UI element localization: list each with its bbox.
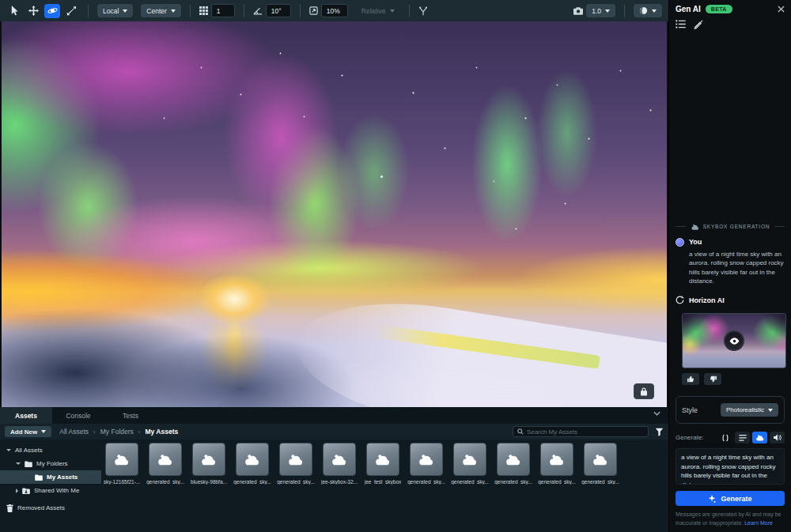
asset-tile[interactable]: jee_test_skybox <box>366 443 399 485</box>
chevron-down-icon <box>41 430 46 433</box>
cloud-icon <box>157 453 174 466</box>
environment-dropdown[interactable] <box>634 4 662 17</box>
scale-tool-button[interactable] <box>63 4 79 18</box>
camera-speed-dropdown[interactable]: 1.0 <box>586 4 615 17</box>
tab-assets[interactable]: Assets <box>0 407 52 424</box>
close-panel-button[interactable] <box>778 6 785 13</box>
breadcrumb-all-assets[interactable]: All Assets <box>59 428 89 436</box>
3d-viewport[interactable] <box>2 21 667 407</box>
thumbs-down-button[interactable] <box>704 373 721 385</box>
scale-icon <box>66 6 76 16</box>
history-list-icon[interactable] <box>676 20 686 28</box>
asset-tile[interactable]: generated_sky... <box>453 443 486 485</box>
text-mode-button[interactable] <box>735 432 750 443</box>
genai-header: Gen AI BETA <box>676 5 785 13</box>
preview-skybox-button[interactable] <box>724 330 744 351</box>
asset-search-box[interactable] <box>513 426 649 437</box>
tab-tests[interactable]: Tests <box>104 407 157 424</box>
ai-disclaimer: Messages are generated by AI and may be … <box>676 511 785 527</box>
cloud-icon <box>592 453 609 466</box>
caret-down-icon <box>16 462 21 465</box>
transform-space-value: Local <box>103 7 119 15</box>
asset-name: generated_sky... <box>233 479 271 485</box>
pivot-dropdown[interactable]: Center <box>141 4 181 17</box>
shared-folder-icon <box>22 488 30 494</box>
refresh-icon <box>676 296 684 304</box>
tree-item-shared-with-me[interactable]: Shared With Me <box>0 484 101 497</box>
asset-folder-tree: All Assets My Folders My Assets Shared W… <box>0 440 101 532</box>
grid-snap-icon[interactable] <box>199 6 208 15</box>
rotate-snap-input[interactable]: 10° <box>266 4 291 17</box>
user-name: You <box>689 238 702 246</box>
audio-mode-button[interactable] <box>770 432 785 443</box>
asset-tile[interactable]: generated_sky... <box>540 443 573 485</box>
generate-button[interactable]: Generate <box>676 491 785 506</box>
asset-thumbnail <box>149 443 182 476</box>
asset-name: generated_sky... <box>494 479 532 485</box>
code-mode-button[interactable] <box>717 432 732 443</box>
chevron-down-icon <box>171 9 176 13</box>
asset-tile[interactable]: generated_sky... <box>236 443 269 485</box>
skybox-section-label: SKYBOX GENERATION <box>691 224 770 230</box>
tree-item-removed-assets[interactable]: Removed Assets <box>0 501 101 515</box>
asset-tile[interactable]: generated_sky... <box>279 443 312 485</box>
viewport-lock-button[interactable] <box>634 383 654 399</box>
asset-tile[interactable]: generated_sky... <box>584 443 617 485</box>
panel-collapse-button[interactable] <box>653 411 660 416</box>
genai-panel: Gen AI BETA SKYBOX GENERATION You a view… <box>668 0 791 532</box>
asset-tile[interactable]: bluesky-98bfa... <box>192 443 225 485</box>
scale-snap-icon[interactable] <box>309 6 318 15</box>
user-avatar <box>676 238 684 247</box>
breadcrumb-my-folders[interactable]: My Folders <box>100 428 134 436</box>
rotate-snap-icon[interactable] <box>253 6 263 15</box>
breadcrumb-my-assets[interactable]: My Assets <box>145 428 178 436</box>
no-draw-icon[interactable] <box>694 20 703 29</box>
style-row: Style Photorealistic <box>676 396 785 424</box>
asset-thumbnail <box>497 443 530 476</box>
chevron-down-icon <box>653 411 660 416</box>
node-fork-icon[interactable] <box>418 6 428 16</box>
scale-snap-input[interactable]: 10% <box>321 4 348 17</box>
generated-skybox-thumbnail[interactable] <box>682 313 786 368</box>
asset-thumbnail <box>192 443 225 476</box>
bottom-panel: Assets Console Tests Add New All Assets … <box>0 407 668 532</box>
learn-more-link[interactable]: Learn More <box>744 520 773 526</box>
prompt-input[interactable]: a view of a night time sky with an auror… <box>676 448 785 485</box>
orbit-tool-button[interactable] <box>44 4 60 18</box>
search-icon <box>517 428 524 435</box>
pointer-icon <box>9 6 19 16</box>
chevron-down-icon <box>123 9 127 13</box>
relative-value: Relative <box>361 7 386 15</box>
toolbar-divider <box>409 5 410 17</box>
tab-console[interactable]: Console <box>52 407 104 424</box>
grid-snap-value: 1 <box>217 7 221 15</box>
move-tool-button[interactable] <box>25 4 41 18</box>
asset-tile[interactable]: jee-skybox-32... <box>323 443 356 485</box>
search-input[interactable] <box>527 428 644 436</box>
relative-dropdown[interactable]: Relative <box>356 4 400 17</box>
asset-tile[interactable]: generated_sky... <box>497 443 530 485</box>
asset-thumbnail <box>453 443 486 476</box>
filter-funnel-icon[interactable] <box>655 428 664 436</box>
tree-item-all-assets[interactable]: All Assets <box>0 443 101 457</box>
sparkle-icon <box>708 495 716 503</box>
move-icon <box>28 6 39 16</box>
style-dropdown[interactable]: Photorealistic <box>721 403 778 417</box>
pointer-tool-button[interactable] <box>6 4 22 18</box>
search-area <box>513 426 664 437</box>
add-new-button[interactable]: Add New <box>5 426 51 437</box>
grid-snap-input[interactable]: 1 <box>211 4 235 17</box>
tree-item-my-assets[interactable]: My Assets <box>0 470 101 484</box>
asset-thumbnail <box>236 443 269 476</box>
thumbs-up-button[interactable] <box>682 373 699 385</box>
orbit-icon <box>47 6 58 16</box>
asset-tile[interactable]: generated_sky... <box>149 443 182 485</box>
transform-space-dropdown[interactable]: Local <box>97 4 133 17</box>
tree-item-my-folders[interactable]: My Folders <box>0 457 101 470</box>
skybox-mode-button[interactable] <box>752 432 767 443</box>
pivot-value: Center <box>146 7 167 15</box>
asset-name: generated_sky... <box>538 479 576 485</box>
asset-tile[interactable]: sky-12165f21-... <box>105 443 138 485</box>
asset-tile[interactable]: generated_sky... <box>410 443 443 485</box>
thumbs-down-icon <box>710 375 717 383</box>
